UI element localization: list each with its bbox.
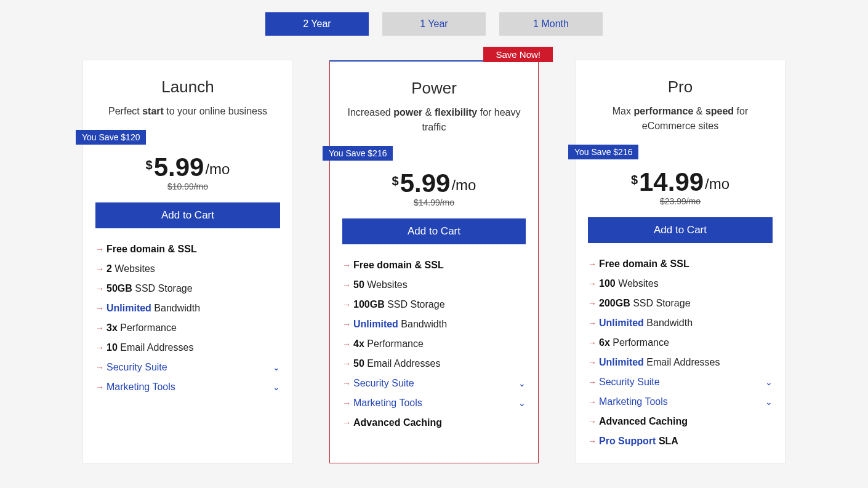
feature-item: →Unlimited Bandwidth	[95, 298, 280, 318]
plan-card-power: Save Now!PowerIncreased power & flexibil…	[329, 60, 539, 463]
feature-item: →50GB SSD Storage	[95, 279, 280, 298]
arrow-icon: →	[95, 244, 106, 254]
add-to-cart-button[interactable]: Add to Cart	[588, 217, 773, 243]
plan-card-launch: LaunchPerfect start to your online busin…	[83, 60, 292, 463]
save-badge: You Save $216	[323, 146, 393, 161]
arrow-icon: →	[588, 298, 599, 308]
feature-expand-marketing-tools[interactable]: →Marketing Tools⌄	[95, 377, 280, 397]
plan-title: Pro	[576, 60, 785, 97]
save-now-badge: Save Now!	[483, 47, 553, 62]
feature-item: →Unlimited Email Addresses	[588, 353, 773, 372]
arrow-icon: →	[95, 284, 106, 294]
arrow-icon: →	[95, 343, 106, 353]
arrow-icon: →	[95, 362, 106, 372]
arrow-icon: →	[342, 378, 353, 388]
arrow-icon: →	[342, 260, 353, 270]
plan-subtitle: Perfect start to your online business	[83, 97, 292, 119]
feature-item: →100GB SSD Storage	[342, 295, 526, 314]
feature-expand-security-suite[interactable]: →Security Suite⌄	[95, 358, 280, 377]
price: $14.99/mo$23.99/mo	[576, 159, 785, 206]
arrow-icon: →	[588, 436, 599, 446]
arrow-icon: →	[588, 358, 599, 367]
feature-expand-security-suite[interactable]: →Security Suite⌄	[342, 374, 526, 393]
price: $5.99/mo$10.99/mo	[83, 145, 292, 191]
feature-expand-security-suite[interactable]: →Security Suite⌄	[588, 372, 773, 392]
feature-item: →50 Websites	[342, 275, 526, 295]
old-price: $14.99/mo	[330, 198, 538, 207]
arrow-icon: →	[588, 338, 599, 348]
feature-item: →200GB SSD Storage	[588, 294, 773, 313]
arrow-icon: →	[95, 264, 106, 274]
tab-2-year[interactable]: 2 Year	[265, 12, 369, 36]
feature-item: →Unlimited Bandwidth	[588, 313, 773, 333]
feature-expand-marketing-tools[interactable]: →Marketing Tools⌄	[588, 392, 773, 412]
arrow-icon: →	[342, 319, 353, 329]
arrow-icon: →	[342, 300, 353, 310]
arrow-icon: →	[95, 382, 106, 392]
feature-item: →Free domain & SSL	[95, 239, 280, 259]
arrow-icon: →	[588, 318, 599, 328]
feature-list: →Free domain & SSL→2 Websites→50GB SSD S…	[83, 228, 292, 397]
price: $5.99/mo$14.99/mo	[330, 161, 538, 207]
feature-item: →Free domain & SSL	[588, 254, 773, 274]
feature-expand-marketing-tools[interactable]: →Marketing Tools⌄	[342, 393, 526, 413]
arrow-icon: →	[342, 418, 353, 428]
feature-item: →6x Performance	[588, 333, 773, 353]
feature-item: →10 Email Addresses	[95, 338, 280, 358]
plan-subtitle: Max performance & speed for eCommerce si…	[576, 97, 785, 134]
arrow-icon: →	[342, 280, 353, 290]
arrow-icon: →	[342, 398, 353, 408]
feature-list: →Free domain & SSL→100 Websites→200GB SS…	[576, 243, 785, 451]
pricing-plans: LaunchPerfect start to your online busin…	[46, 60, 822, 463]
feature-item: →Unlimited Bandwidth	[342, 314, 526, 334]
arrow-icon: →	[588, 279, 599, 289]
term-tabs: 2 Year1 Year1 Month	[0, 12, 868, 36]
save-badge: You Save $216	[568, 145, 638, 159]
plan-title: Power	[330, 62, 538, 98]
arrow-icon: →	[588, 397, 599, 407]
chevron-down-icon: ⌄	[273, 382, 280, 392]
add-to-cart-button[interactable]: Add to Cart	[95, 202, 280, 228]
chevron-down-icon: ⌄	[273, 362, 280, 372]
chevron-down-icon: ⌄	[765, 377, 773, 387]
feature-list: →Free domain & SSL→50 Websites→100GB SSD…	[330, 244, 538, 433]
tab-1-month[interactable]: 1 Month	[499, 12, 603, 36]
feature-item: →4x Performance	[342, 334, 526, 354]
arrow-icon: →	[588, 417, 599, 426]
feature-item: →3x Performance	[95, 318, 280, 338]
plan-subtitle: Increased power & flexibility for heavy …	[330, 98, 538, 135]
arrow-icon: →	[342, 359, 353, 369]
arrow-icon: →	[588, 377, 599, 387]
arrow-icon: →	[342, 339, 353, 349]
chevron-down-icon: ⌄	[518, 378, 526, 388]
feature-item: →50 Email Addresses	[342, 354, 526, 374]
save-badge: You Save $120	[76, 130, 146, 145]
arrow-icon: →	[95, 323, 106, 333]
plan-title: Launch	[83, 60, 292, 97]
feature-item: →Advanced Caching	[342, 413, 526, 433]
add-to-cart-button[interactable]: Add to Cart	[342, 218, 526, 244]
chevron-down-icon: ⌄	[765, 397, 773, 407]
feature-item: →Advanced Caching	[588, 412, 773, 431]
feature-item: →Pro Support SLA	[588, 431, 773, 451]
chevron-down-icon: ⌄	[518, 398, 526, 408]
feature-item: →2 Websites	[95, 259, 280, 279]
plan-card-pro: ProMax performance & speed for eCommerce…	[576, 60, 785, 463]
feature-item: →Free domain & SSL	[342, 255, 526, 275]
old-price: $23.99/mo	[576, 196, 785, 206]
tab-1-year[interactable]: 1 Year	[382, 12, 486, 36]
arrow-icon: →	[95, 303, 106, 313]
feature-item: →100 Websites	[588, 274, 773, 294]
old-price: $10.99/mo	[83, 182, 292, 191]
arrow-icon: →	[588, 259, 599, 269]
